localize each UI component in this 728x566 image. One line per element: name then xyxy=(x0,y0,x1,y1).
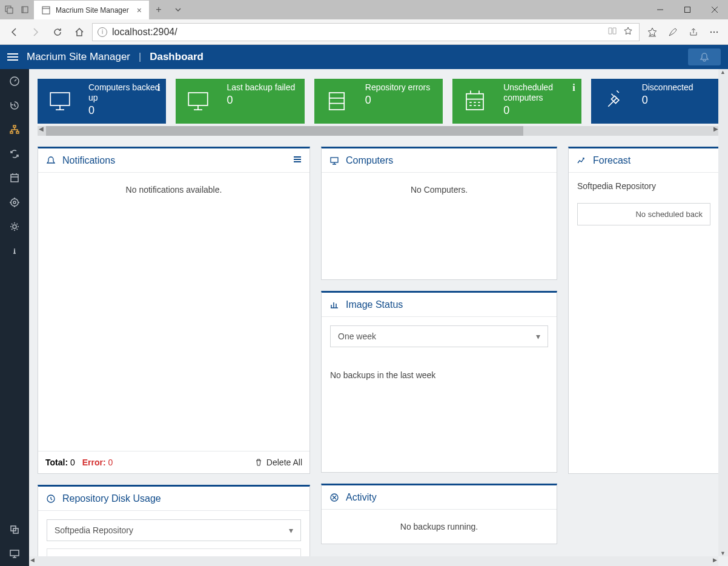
tile-value: 0 xyxy=(365,94,437,107)
tabs-aside-icon[interactable] xyxy=(2,3,16,16)
refresh-button[interactable] xyxy=(48,23,67,41)
rail-monitor-icon[interactable] xyxy=(0,542,29,566)
activity-empty: No backups running. xyxy=(322,510,557,544)
svg-rect-21 xyxy=(329,93,345,110)
error-label: Error: 0 xyxy=(82,458,113,467)
image-status-empty: No backups in the last week xyxy=(330,352,548,398)
tile-disconnected[interactable]: Disconnected0 xyxy=(591,79,720,124)
tile-unscheduled-computers[interactable]: Unscheduled computers0i xyxy=(452,79,581,124)
monitor-icon xyxy=(329,156,340,165)
tile-computers-backed-up[interactable]: Computers backed up0i xyxy=(38,79,166,124)
tile-last-backup-failed[interactable]: Last backup failed0 xyxy=(176,79,304,124)
tab-close-icon[interactable]: × xyxy=(137,5,142,15)
calendar-icon xyxy=(452,79,497,124)
svg-rect-9 xyxy=(13,125,16,127)
rail-settings-icon[interactable] xyxy=(0,215,29,239)
tile-label: Computers backed up xyxy=(88,82,160,103)
info-icon[interactable]: i xyxy=(157,82,160,93)
panel-forecast: Forecast Softpedia Repository No schedul… xyxy=(568,147,720,474)
tabs-list-icon[interactable] xyxy=(18,3,31,16)
delete-all-button[interactable]: Delete All xyxy=(254,458,302,467)
tile-repository-errors[interactable]: Repository errors0 xyxy=(314,79,443,124)
home-button[interactable] xyxy=(70,23,88,41)
tab-title: Macrium Site Manager xyxy=(56,6,132,15)
svg-rect-24 xyxy=(331,158,338,162)
back-button[interactable] xyxy=(5,23,23,41)
svg-point-6 xyxy=(713,31,715,32)
rail-history-icon[interactable] xyxy=(0,93,29,118)
svg-rect-11 xyxy=(16,132,19,133)
window-titlebar: Macrium Site Manager × + xyxy=(0,0,728,19)
svg-rect-3 xyxy=(42,7,50,14)
svg-rect-1 xyxy=(7,8,13,13)
svg-rect-12 xyxy=(11,175,18,182)
window-close-button[interactable] xyxy=(701,0,728,19)
menu-toggle-button[interactable] xyxy=(7,53,18,61)
svg-rect-10 xyxy=(10,132,13,133)
tile-label: Repository errors xyxy=(365,82,437,93)
rail-sync-icon[interactable] xyxy=(0,142,29,166)
reading-view-icon[interactable] xyxy=(607,26,618,38)
svg-rect-20 xyxy=(189,93,208,105)
forecast-repo: Softpedia Repository xyxy=(577,181,710,191)
tile-label: Last backup failed xyxy=(227,82,298,93)
tab-overflow-icon[interactable] xyxy=(168,0,188,19)
panel-repository-disk-usage: Repository Disk Usage Softpedia Reposito… xyxy=(38,485,310,566)
rail-network-icon[interactable] xyxy=(0,118,29,142)
window-maximize-button[interactable] xyxy=(673,0,701,19)
tile-value: 0 xyxy=(503,104,575,117)
address-bar[interactable]: i localhost:2904/ xyxy=(92,23,640,41)
rail-schedule-icon[interactable] xyxy=(0,166,29,190)
repository-dropdown[interactable]: Softpedia Repository xyxy=(47,519,301,541)
favorite-icon[interactable] xyxy=(623,26,634,38)
browser-tab[interactable]: Macrium Site Manager × xyxy=(34,0,149,19)
svg-point-14 xyxy=(13,201,16,204)
new-tab-button[interactable]: + xyxy=(149,0,168,19)
panel-activity: Activity No backups running. xyxy=(321,484,557,544)
server-icon xyxy=(314,79,359,124)
panel-title: Notifications xyxy=(62,155,286,166)
notifications-button[interactable] xyxy=(688,48,721,65)
browser-toolbar: i localhost:2904/ xyxy=(0,19,728,45)
more-icon[interactable] xyxy=(705,23,723,41)
tile-value: 0 xyxy=(642,94,713,107)
time-range-dropdown[interactable]: One week xyxy=(330,325,548,347)
panel-notifications: Notifications No notifications available… xyxy=(38,147,310,474)
panel-title: Image Status xyxy=(346,299,549,310)
forward-button[interactable] xyxy=(27,23,45,41)
rail-info-icon[interactable] xyxy=(0,239,29,263)
rail-dashboard-icon[interactable] xyxy=(0,69,29,93)
panel-title: Activity xyxy=(346,492,549,503)
svg-point-5 xyxy=(710,31,712,32)
rail-restore-icon[interactable] xyxy=(0,190,29,215)
site-info-icon[interactable]: i xyxy=(98,27,107,37)
rail-copy-icon[interactable] xyxy=(0,518,29,542)
tiles-scrollbar[interactable] xyxy=(38,126,720,136)
panel-menu-icon[interactable] xyxy=(293,155,302,167)
forecast-icon xyxy=(576,156,587,165)
svg-point-13 xyxy=(11,199,18,206)
tile-value: 0 xyxy=(227,94,298,107)
svg-rect-19 xyxy=(50,93,70,105)
page-title: Dashboard xyxy=(150,51,204,63)
vertical-scrollbar[interactable] xyxy=(718,69,728,556)
total-label: Total: 0 xyxy=(45,458,75,467)
content-area: Computers backed up0i Last backup failed… xyxy=(29,69,728,566)
forecast-empty: No scheduled back xyxy=(577,203,710,225)
notes-icon[interactable] xyxy=(664,23,682,41)
panel-title: Forecast xyxy=(593,155,712,166)
bell-icon xyxy=(45,156,56,165)
url-text: localhost:2904/ xyxy=(112,27,177,38)
window-minimize-button[interactable] xyxy=(646,0,673,19)
bar-chart-icon xyxy=(329,300,340,310)
app-title: Macrium Site Manager xyxy=(27,51,130,63)
tile-label: Disconnected xyxy=(642,82,713,93)
info-icon[interactable]: i xyxy=(572,82,575,93)
share-icon[interactable] xyxy=(684,23,703,41)
app-header: Macrium Site Manager | Dashboard xyxy=(0,45,728,69)
horizontal-scrollbar[interactable] xyxy=(29,556,718,566)
panel-computers: Computers No Computers. xyxy=(321,147,557,280)
favorites-bar-icon[interactable] xyxy=(643,23,661,41)
computers-empty: No Computers. xyxy=(322,173,557,207)
svg-point-15 xyxy=(13,225,16,228)
